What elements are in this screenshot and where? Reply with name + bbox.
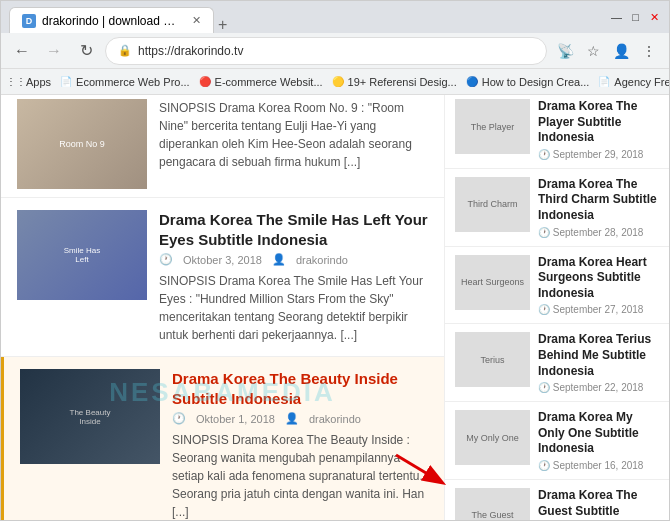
sidebar-date-heart-surgeons: 🕐 September 27, 2018 <box>538 304 659 315</box>
url-text: https://drakorindo.tv <box>138 44 534 58</box>
article-title-3[interactable]: Drama Korea The Beauty Inside Subtitle I… <box>172 369 428 408</box>
sidebar-info-the-player: Drama Korea The Player Subtitle Indonesi… <box>538 99 659 160</box>
sidebar-info-the-guest: Drama Korea The Guest Subtitle Indonesia… <box>538 488 659 520</box>
sidebar-title-my-only-one[interactable]: Drama Korea My Only One Subtitle Indones… <box>538 410 659 457</box>
main-content: Room No 9 SINOPSIS Drama Korea Room No. … <box>1 95 444 520</box>
page-wrapper: Room No 9 SINOPSIS Drama Korea Room No. … <box>1 95 669 520</box>
tab-title: drakorindo | download Drama K... <box>42 14 182 28</box>
forward-button[interactable]: → <box>41 38 67 64</box>
browser-window: D drakorindo | download Drama K... ✕ + —… <box>0 0 670 521</box>
sidebar-title-the-player[interactable]: Drama Korea The Player Subtitle Indonesi… <box>538 99 659 146</box>
sidebar-thumb-terius: Terius <box>455 332 530 387</box>
article-title-2[interactable]: Drama Korea The Smile Has Left Your Eyes… <box>159 210 428 249</box>
url-bar[interactable]: 🔒 https://drakorindo.tv <box>105 37 547 65</box>
maximize-button[interactable]: □ <box>629 11 642 24</box>
article-author-3: drakorindo <box>309 413 361 425</box>
minimize-button[interactable]: — <box>610 11 623 24</box>
sidebar-thumb-placeholder-3: Heart Surgeons <box>455 255 530 310</box>
clock-icon-s4: 🕐 <box>538 382 550 393</box>
page-icon-1: 📄 <box>59 75 73 89</box>
sidebar-title-terius[interactable]: Drama Korea Terius Behind Me Subtitle In… <box>538 332 659 379</box>
bookmark-ecommerce-web[interactable]: 📄 Ecommerce Web Pro... <box>59 75 190 89</box>
bookmark-ecommerce-website[interactable]: 🔴 E-commerce Websit... <box>198 75 323 89</box>
bookmark-design[interactable]: 🔵 How to Design Crea... <box>465 75 590 89</box>
bookmark-referensi[interactable]: 🟡 19+ Referensi Desig... <box>331 75 457 89</box>
article-author-2: drakorindo <box>296 254 348 266</box>
sidebar-thumb-third-charm: Third Charm <box>455 177 530 232</box>
tab-favicon: D <box>22 14 36 28</box>
bookmark-label-1: Ecommerce Web Pro... <box>76 76 190 88</box>
bookmark-apps[interactable]: ⋮⋮ Apps <box>9 75 51 89</box>
clock-icon-2: 🕐 <box>159 253 173 266</box>
sidebar-title-heart-surgeons[interactable]: Drama Korea Heart Surgeons Subtitle Indo… <box>538 255 659 302</box>
sidebar: The Player Drama Korea The Player Subtit… <box>444 95 669 520</box>
article-item: Room No 9 SINOPSIS Drama Korea Room No. … <box>1 95 444 198</box>
close-button[interactable]: ✕ <box>648 11 661 24</box>
article-date-3: Oktober 1, 2018 <box>196 413 275 425</box>
sidebar-thumb-placeholder-6: The Guest <box>455 488 530 520</box>
sidebar-item-terius: Terius Drama Korea Terius Behind Me Subt… <box>445 324 669 402</box>
clock-icon-s3: 🕐 <box>538 304 550 315</box>
bookmark-label-4: How to Design Crea... <box>482 76 590 88</box>
article-body-3: Drama Korea The Beauty Inside Subtitle I… <box>172 369 428 520</box>
sidebar-title-the-guest[interactable]: Drama Korea The Guest Subtitle Indonesia <box>538 488 659 520</box>
bookmark-label-5: Agency Free Portfo... <box>614 76 669 88</box>
sidebar-thumb-heart-surgeons: Heart Surgeons <box>455 255 530 310</box>
address-bar: ← → ↻ 🔒 https://drakorindo.tv 📡 ☆ 👤 ⋮ <box>1 33 669 69</box>
page-icon-3: 🟡 <box>331 75 345 89</box>
bookmark-agency[interactable]: 📄 Agency Free Portfo... <box>597 75 669 89</box>
article-excerpt-2: SINOPSIS Drama Korea The Smile Has Left … <box>159 272 428 344</box>
menu-icon[interactable]: ⋮ <box>637 39 661 63</box>
clock-icon-s1: 🕐 <box>538 149 550 160</box>
sidebar-item-my-only-one: My Only One Drama Korea My Only One Subt… <box>445 402 669 480</box>
address-actions: 📡 ☆ 👤 ⋮ <box>553 39 661 63</box>
bookmark-label-2: E-commerce Websit... <box>215 76 323 88</box>
back-button[interactable]: ← <box>9 38 35 64</box>
article-body: SINOPSIS Drama Korea Room No. 9 : "Room … <box>159 99 428 189</box>
sidebar-thumb-placeholder-1: The Player <box>455 99 530 154</box>
thumb-placeholder-2: Smile HasLeft <box>17 210 147 300</box>
page-icon-2: 🔴 <box>198 75 212 89</box>
sidebar-thumb-placeholder-2: Third Charm <box>455 177 530 232</box>
article-body-2: Drama Korea The Smile Has Left Your Eyes… <box>159 210 428 344</box>
sidebar-info-heart-surgeons: Drama Korea Heart Surgeons Subtitle Indo… <box>538 255 659 316</box>
sidebar-info-terius: Drama Korea Terius Behind Me Subtitle In… <box>538 332 659 393</box>
bookmark-apps-label: Apps <box>26 76 51 88</box>
new-tab-button[interactable]: + <box>218 17 227 33</box>
page-icon-5: 📄 <box>597 75 611 89</box>
title-bar: D drakorindo | download Drama K... ✕ + —… <box>1 1 669 33</box>
thumb-placeholder-1: Room No 9 <box>17 99 147 189</box>
clock-icon-s2: 🕐 <box>538 227 550 238</box>
window-controls: — □ ✕ <box>610 11 661 24</box>
sidebar-date-terius: 🕐 September 22, 2018 <box>538 382 659 393</box>
clock-icon-3: 🕐 <box>172 412 186 425</box>
thumb-placeholder-3: The BeautyInside <box>20 369 160 464</box>
reload-button[interactable]: ↻ <box>73 38 99 64</box>
page-icon-4: 🔵 <box>465 75 479 89</box>
sidebar-thumb-the-guest: The Guest <box>455 488 530 520</box>
sidebar-date-my-only-one: 🕐 September 16, 2018 <box>538 460 659 471</box>
bookmark-star-icon[interactable]: ☆ <box>581 39 605 63</box>
apps-icon: ⋮⋮ <box>9 75 23 89</box>
article-meta-2: 🕐 Oktober 3, 2018 👤 drakorindo <box>159 253 428 266</box>
sidebar-item-heart-surgeons: Heart Surgeons Drama Korea Heart Surgeon… <box>445 247 669 325</box>
bookmarks-bar: ⋮⋮ Apps 📄 Ecommerce Web Pro... 🔴 E-comme… <box>1 69 669 95</box>
article-meta-3: 🕐 Oktober 1, 2018 👤 drakorindo <box>172 412 428 425</box>
sidebar-thumb-my-only-one: My Only One <box>455 410 530 465</box>
sidebar-date-the-player: 🕐 September 29, 2018 <box>538 149 659 160</box>
sidebar-item-the-guest: The Guest Drama Korea The Guest Subtitle… <box>445 480 669 520</box>
tab-close-button[interactable]: ✕ <box>192 14 201 27</box>
sidebar-date-third-charm: 🕐 September 28, 2018 <box>538 227 659 238</box>
bookmark-label-3: 19+ Referensi Desig... <box>348 76 457 88</box>
article-excerpt-1: SINOPSIS Drama Korea Room No. 9 : "Room … <box>159 99 428 171</box>
cast-icon[interactable]: 📡 <box>553 39 577 63</box>
profile-icon[interactable]: 👤 <box>609 39 633 63</box>
article-excerpt-3: SINOPSIS Drama Korea The Beauty Inside :… <box>172 431 428 520</box>
article-thumb: Room No 9 <box>17 99 147 189</box>
active-tab[interactable]: D drakorindo | download Drama K... ✕ <box>9 7 214 33</box>
sidebar-item-the-player: The Player Drama Korea The Player Subtit… <box>445 95 669 169</box>
sidebar-title-third-charm[interactable]: Drama Korea The Third Charm Subtitle Ind… <box>538 177 659 224</box>
tab-bar: D drakorindo | download Drama K... ✕ + <box>9 1 602 33</box>
article-thumb-2: Smile HasLeft <box>17 210 147 300</box>
article-item-3: The BeautyInside Drama Korea The Beauty … <box>1 357 444 520</box>
